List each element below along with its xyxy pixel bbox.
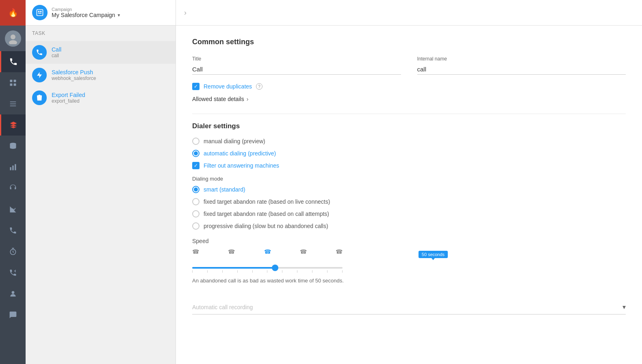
- svg-rect-14: [15, 164, 16, 170]
- radio-fixed-live[interactable]: fixed target abandon rate (based on live…: [192, 198, 626, 205]
- slider-icon-5: ☎: [336, 248, 343, 255]
- allowed-state-chevron-icon: ›: [247, 96, 249, 102]
- filter-answering-row: ✓ Filter out answering machines: [192, 162, 626, 169]
- nav-chart-icon[interactable]: [0, 157, 26, 178]
- task-item-call[interactable]: Call call: [26, 41, 176, 64]
- internal-name-group: Internal name: [417, 56, 626, 75]
- nav-stats-icon[interactable]: [0, 199, 26, 220]
- radio-automatic-button[interactable]: [192, 150, 200, 157]
- nav-timer-icon[interactable]: [0, 241, 26, 262]
- allowed-state-link[interactable]: Allowed state details ›: [192, 96, 626, 102]
- svg-rect-13: [12, 166, 13, 170]
- nav-database-icon[interactable]: [0, 136, 26, 157]
- radio-fixed-attempts[interactable]: fixed target abandon rate (based on call…: [192, 210, 626, 218]
- slider-thumb[interactable]: [272, 265, 278, 271]
- nav-layers-icon[interactable]: [0, 114, 26, 136]
- svg-rect-9: [10, 103, 16, 104]
- svg-rect-10: [10, 106, 16, 106]
- task-text-salesforce: Salesforce Push webhook_salesforce: [52, 69, 96, 81]
- svg-rect-12: [10, 167, 11, 170]
- app-logo: 🔥: [0, 0, 26, 26]
- remove-duplicates-help-icon[interactable]: ?: [256, 83, 262, 90]
- abandon-text: An abandoned call is as bad as wasted wo…: [192, 278, 626, 284]
- task-sub-export: export_failed: [52, 98, 85, 104]
- recording-dropdown-row[interactable]: Automatic call recording ▾: [192, 300, 626, 314]
- slider-track: [192, 267, 343, 269]
- radio-manual[interactable]: manual dialing (preview): [192, 138, 626, 145]
- radio-smart-button[interactable]: [192, 186, 200, 193]
- breadcrumb-bar: ›: [176, 0, 642, 26]
- nav-list-icon[interactable]: [0, 93, 26, 114]
- filter-answering-checkbox[interactable]: ✓: [192, 162, 200, 169]
- radio-progressive[interactable]: progressive dialing (slow but no abandon…: [192, 222, 626, 230]
- radio-smart[interactable]: smart (standard): [192, 186, 626, 193]
- svg-rect-17: [37, 10, 43, 16]
- radio-fixed-attempts-button[interactable]: [192, 210, 200, 218]
- allowed-state-text: Allowed state details: [192, 96, 244, 102]
- title-input[interactable]: [192, 64, 401, 75]
- filter-answering-label[interactable]: Filter out answering machines: [204, 162, 279, 169]
- svg-rect-20: [38, 13, 41, 14]
- svg-marker-21: [37, 72, 42, 78]
- remove-duplicates-checkbox[interactable]: ✓: [192, 83, 200, 90]
- remove-duplicates-label[interactable]: Remove duplicates: [204, 83, 252, 90]
- task-section-title: Task: [26, 26, 176, 39]
- svg-point-3: [9, 40, 17, 44]
- breadcrumb-chevron-icon[interactable]: ›: [184, 9, 187, 17]
- slider-ticks: [192, 270, 343, 273]
- radio-automatic[interactable]: automatic dialing (predictive): [192, 150, 626, 157]
- slider-icon-3: ☎: [264, 248, 271, 255]
- nav-call2-icon[interactable]: [0, 220, 26, 241]
- tick-3: [222, 270, 223, 273]
- tick-7: [282, 270, 282, 273]
- nav-grid-icon[interactable]: [0, 72, 26, 93]
- recording-placeholder: Automatic call recording: [192, 304, 622, 310]
- radio-smart-label: smart (standard): [204, 186, 245, 193]
- radio-progressive-button[interactable]: [192, 222, 200, 230]
- task-sub-salesforce: webhook_salesforce: [52, 75, 96, 81]
- svg-rect-6: [10, 84, 12, 86]
- campaign-dropdown-caret: ▼: [117, 13, 121, 17]
- tick-10: [327, 270, 328, 273]
- remove-duplicates-row: ✓ Remove duplicates ?: [192, 83, 626, 90]
- radio-smart-inner: [194, 187, 198, 192]
- svg-point-16: [11, 291, 14, 294]
- campaign-info: Campaign My Salesforce Campaign ▼: [52, 7, 121, 18]
- campaign-name[interactable]: My Salesforce Campaign ▼: [52, 12, 121, 18]
- slider-icon-1: ☎: [192, 248, 199, 255]
- nav-phone-icon[interactable]: [0, 51, 26, 72]
- svg-text:🔥: 🔥: [8, 8, 18, 17]
- slider-icon-2: ☎: [228, 248, 235, 255]
- internal-name-input[interactable]: [417, 64, 626, 75]
- title-row: Title Internal name: [192, 56, 626, 75]
- tick-11: [342, 270, 343, 273]
- nav-user-icon[interactable]: [0, 283, 26, 304]
- svg-rect-7: [13, 84, 16, 86]
- radio-manual-button[interactable]: [192, 138, 200, 145]
- radio-fixed-live-button[interactable]: [192, 198, 200, 205]
- radio-manual-label: manual dialing (preview): [204, 138, 265, 144]
- radio-fixed-attempts-label: fixed target abandon rate (based on call…: [204, 211, 329, 217]
- tick-5: [252, 270, 253, 273]
- nav-message-icon[interactable]: [0, 304, 26, 325]
- campaign-label: Campaign: [52, 7, 121, 12]
- nav-headset-icon[interactable]: [0, 178, 26, 199]
- dialing-mode-label: Dialing mode: [192, 176, 626, 182]
- task-item-export[interactable]: Export Failed export_failed: [26, 86, 176, 109]
- content-inner: Common settings Title Internal name ✓ Re…: [176, 26, 642, 364]
- radio-automatic-label: automatic dialing (predictive): [204, 150, 276, 157]
- task-sub-call: call: [52, 53, 61, 58]
- task-icon-call: [32, 45, 47, 60]
- slider-tooltip: 50 seconds: [419, 251, 448, 258]
- slider-icons: ☎ ☎ ☎ ☎ ☎: [192, 248, 343, 255]
- task-name-export: Export Failed: [52, 92, 85, 98]
- campaign-header: Campaign My Salesforce Campaign ▼: [26, 0, 176, 26]
- svg-rect-5: [13, 80, 16, 82]
- slider-icon-4: ☎: [300, 248, 307, 255]
- task-item-salesforce[interactable]: Salesforce Push webhook_salesforce: [26, 64, 176, 86]
- task-name-salesforce: Salesforce Push: [52, 69, 96, 75]
- content-area: › Common settings Title Internal name ✓ …: [176, 0, 642, 364]
- nav-callback-icon[interactable]: [0, 262, 26, 283]
- avatar: [5, 30, 21, 47]
- slider-track-wrapper: 50 seconds: [192, 267, 626, 273]
